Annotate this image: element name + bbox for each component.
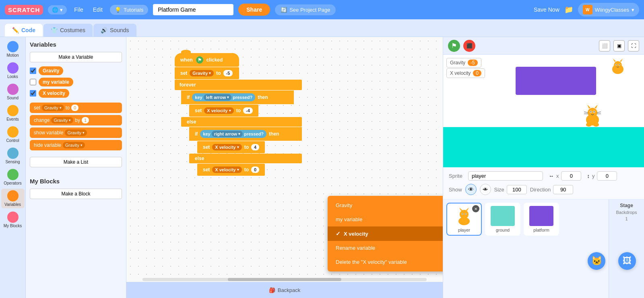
file-menu[interactable]: File [72,5,86,14]
svg-point-15 [594,111,594,112]
x-value[interactable]: 0 [561,171,581,181]
share-button[interactable]: Share [238,4,270,16]
sprite-thumb-platform[interactable]: platform [524,203,559,236]
hide-variable-block-snippet[interactable]: hide variable Gravity ▾ [30,140,122,150]
dropdown-item-gravity[interactable]: Gravity [328,198,443,212]
sprite-thumb-ground[interactable]: ground [485,203,520,236]
my-blocks-title: My Blocks [30,178,122,185]
make-block-button[interactable]: Make a Block [30,189,122,199]
y-coord-group: ↕ y 0 [587,171,617,181]
green-flag-button[interactable]: ⚑ [448,40,460,52]
script-area[interactable]: when ⚑ clicked set Gravity ▾ to -5 forev… [126,37,443,298]
var-gravity-badge: Gravity [39,66,63,75]
stage-small-button[interactable]: ⬜ [599,40,610,51]
looks-label: Looks [7,74,18,79]
size-value[interactable]: 100 [507,185,527,194]
show-eye-button[interactable]: 👁 [465,184,477,195]
var-xvelocity-checkbox[interactable] [30,90,36,97]
stage-canvas[interactable]: Gravity -5 X velocity 0 [443,55,644,167]
category-sensing[interactable]: Sensing [1,146,25,166]
sensing-label: Sensing [5,160,20,164]
set-xvel-0: set X velocity ▾ to 0 [197,164,302,176]
block-categories-panel: Motion Looks Sound Events Control Sensin… [0,37,26,298]
add-sprite-icon: 🐱 [591,256,602,266]
y-value[interactable]: 0 [597,171,617,181]
if-right-header[interactable]: if key right arrow ▾ pressed? then [189,127,302,141]
stage-fullscreen-button[interactable]: ⛶ [628,40,639,51]
x-label: x [556,173,559,179]
scratch-logo[interactable]: SCRATCH [5,5,43,15]
dropdown-item-xvelocity[interactable]: ✓ X velocity [328,226,443,241]
set-block-snippet[interactable]: set Gravity ▾ to 0 [30,103,122,113]
svg-point-23 [460,210,469,219]
set-gravity-block[interactable]: set Gravity ▾ to -5 [175,67,239,79]
category-myblocks[interactable]: My Blocks [1,210,25,230]
if-left-header[interactable]: if key left arrow ▾ pressed? then [181,90,294,104]
stage-medium-button[interactable]: ▣ [613,40,625,51]
direction-label: Direction [530,187,551,193]
dropdown-check-icon: ✓ [336,230,341,237]
folder-icon[interactable]: 📁 [564,5,573,14]
set-xvel-neg4-block[interactable]: set X velocity ▾ to -4 [189,105,258,117]
set-xvel-0-block[interactable]: set X velocity ▾ to 0 [197,164,265,176]
size-label: Size [494,187,504,193]
category-sound[interactable]: Sound [1,82,25,102]
category-variables[interactable]: Variables [1,189,25,208]
dropdown-item-myvariable[interactable]: my variable [328,212,443,226]
backpack-bar[interactable]: 🎒 Backpack [126,282,443,298]
costume-icon: 👕 [51,27,58,33]
add-stage-button[interactable]: 🖼 [618,252,636,270]
myblocks-dot [7,212,19,223]
project-title-input[interactable] [153,4,233,15]
hide-eye-button[interactable]: 👁 [480,184,491,195]
sound-icon: 🔊 [101,27,107,33]
tutorials-button[interactable]: 💡 Tutorials [110,5,148,15]
when-flag-clicked-block[interactable]: when ⚑ clicked [175,53,239,67]
variables-label: Variables [4,202,21,207]
make-variable-button[interactable]: Make a Variable [30,52,122,62]
scrollbar-thumb[interactable] [228,278,341,281]
show-variable-block-snippet[interactable]: show variable Gravity ▾ [30,127,122,138]
var-myvariable-checkbox[interactable] [30,79,36,85]
category-looks[interactable]: Looks [1,61,25,80]
sprite-thumb-player[interactable]: ✕ player [446,203,482,236]
user-chevron-icon: ▾ [632,7,634,13]
lightbulb-icon: 💡 [115,7,121,13]
save-now-button[interactable]: Save Now [534,6,559,13]
category-motion[interactable]: Motion [1,39,25,59]
category-control[interactable]: Control [1,125,25,144]
dropdown-item-delete[interactable]: Delete the "X velocity" variable [328,255,443,269]
dropdown-item-rename[interactable]: Rename variable [328,241,443,255]
dropdown-delete-label: Delete the "X velocity" variable [336,259,407,265]
tab-sounds[interactable]: 🔊 Sounds [93,24,136,37]
variable-dropdown-menu: Gravity my variable ✓ X velocity Rename … [328,196,443,271]
make-list-button[interactable]: Make a List [30,157,122,167]
variables-panel-title: Variables [30,41,122,48]
tab-code[interactable]: ✏️ Code [5,24,43,37]
forever-block[interactable]: forever [175,80,302,90]
set-xvel-4-block[interactable]: set X velocity ▾ to 4 [197,141,265,153]
category-events[interactable]: Events [1,103,25,123]
scratch-cat-mascot [608,58,628,79]
tab-costumes[interactable]: 👕 Costumes [43,24,93,37]
category-operators[interactable]: Operators [1,167,25,187]
see-project-button[interactable]: 🔄 See Project Page [275,4,336,15]
var-gravity-checkbox[interactable] [30,68,36,74]
sprite-name-input[interactable] [468,171,543,181]
var-gravity-display-name: Gravity [450,60,465,66]
add-sprite-button[interactable]: 🐱 [588,252,605,270]
stop-button[interactable]: ⬛ [463,40,475,52]
dropdown-rename-label: Rename variable [336,245,375,251]
backdrops-count: 1 [625,216,627,221]
sprite-delete-player[interactable]: ✕ [472,205,479,212]
globe-button[interactable]: 🌐 ▾ [48,5,67,14]
make-list-section: Make a List [30,157,122,171]
direction-value[interactable]: 90 [553,185,573,194]
change-block-snippet[interactable]: change Gravity ▾ by 1 [30,115,122,125]
user-menu[interactable]: W WiingyClasses ▾ [578,3,639,16]
stage-purple-platform [516,67,596,95]
svg-point-29 [465,214,466,214]
backdrops-label: Backdrops [616,210,637,215]
horizontal-scrollbar[interactable] [142,278,427,281]
edit-menu[interactable]: Edit [91,5,105,14]
